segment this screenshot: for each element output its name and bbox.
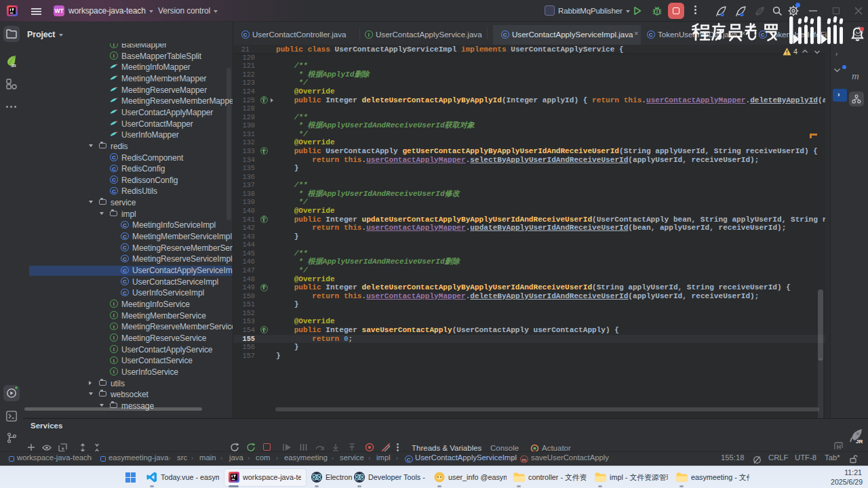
svg-text:JR: JR [856, 439, 863, 445]
svg-text:JR: JR [11, 64, 16, 68]
